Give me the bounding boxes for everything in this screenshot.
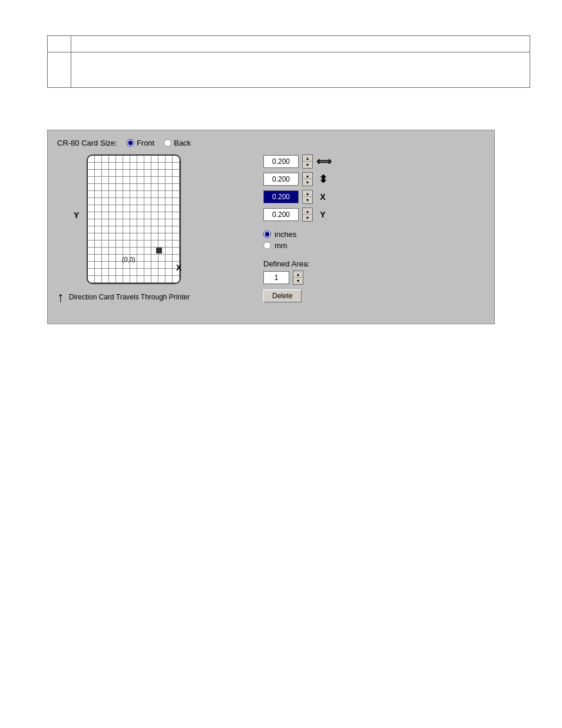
y-input[interactable]: 0.200 [263,208,299,221]
grid-cell [123,184,130,191]
defined-area-down-btn[interactable]: ▼ [293,278,303,284]
grid-cell [166,177,173,184]
grid-cell [166,184,173,191]
grid-cell [95,170,102,177]
grid-cell [130,269,137,276]
grid-cell [123,269,130,276]
grid-cell [173,205,180,212]
back-radio[interactable] [164,139,171,147]
mm-radio[interactable] [263,242,271,249]
grid-cell [130,212,137,219]
height-input[interactable]: 0.200 [263,173,299,186]
grid-cell [173,226,180,233]
grid-cell [88,219,95,226]
grid-cell [88,255,95,262]
grid-cell [158,212,166,219]
grid-cell [116,191,123,198]
direction-text: Direction Card Travels Through Printer [69,293,190,301]
height-up-btn[interactable]: ▲ [303,173,312,179]
grid-cell [88,177,95,184]
grid-cell [109,276,116,283]
mm-radio-label[interactable]: mm [263,241,485,250]
delete-button[interactable]: Delete [263,289,302,302]
grid-cell [130,177,137,184]
height-spinner-row: 0.200 ▲ ▼ ⬍ [263,172,485,186]
grid-cell [173,219,180,226]
grid-cell [88,226,95,233]
grid-cell [166,219,173,226]
width-input[interactable]: 0.200 [263,155,299,168]
defined-area-up-btn[interactable]: ▲ [293,271,303,278]
grid-cell [151,255,158,262]
grid-cell [137,262,144,269]
grid-cell [123,248,130,255]
grid-cell [166,198,173,205]
grid-cell [166,205,173,212]
inches-radio[interactable] [263,230,271,238]
grid-cell [95,198,102,205]
grid-cell [137,248,144,255]
inches-radio-label[interactable]: inches [263,230,485,239]
mm-label: mm [275,241,287,250]
grid-cell [151,233,158,241]
width-up-btn[interactable]: ▲ [303,155,312,162]
grid-cell [158,276,166,283]
grid-cell [88,241,95,248]
grid-cell [102,255,109,262]
grid-cell [173,276,180,283]
unit-radio-group: inches mm [263,230,485,250]
grid-cell [88,163,95,170]
y-spinner-row: 0.200 ▲ ▼ Y [263,207,485,222]
grid-cell [116,226,123,233]
grid-cell [102,163,109,170]
grid-cell [88,276,95,283]
grid-cell [158,177,166,184]
y-down-btn[interactable]: ▼ [303,215,312,221]
grid-cell [102,191,109,198]
grid-cell [137,226,144,233]
x-input[interactable]: 0.200 [263,190,299,203]
x-up-btn[interactable]: ▲ [303,190,312,197]
x-down-btn[interactable]: ▼ [303,197,312,203]
grid-cell [151,184,158,191]
grid-cell [151,212,158,219]
grid-cell [173,191,180,198]
width-down-btn[interactable]: ▼ [303,162,312,168]
x-axis-label: X [176,263,181,272]
grid-cell [102,226,109,233]
grid-cell [158,191,166,198]
arrow-up-icon: ↑ [57,290,64,304]
grid-cell [130,241,137,248]
y-up-btn[interactable]: ▲ [303,208,312,215]
grid-cell [102,212,109,219]
grid-cell [151,163,158,170]
grid-cell [151,177,158,184]
grid-cell [166,212,173,219]
grid-cell [130,163,137,170]
grid-cell [116,212,123,219]
top-table [47,35,530,88]
grid-cell [137,241,144,248]
grid-cell [166,170,173,177]
grid-cell [123,198,130,205]
grid-cell [116,184,123,191]
back-radio-label[interactable]: Back [164,139,191,147]
grid-cell [102,233,109,241]
width-icon: ⟺ [316,155,329,168]
table-cell-r2c2 [71,52,530,88]
grid-cell [151,241,158,248]
height-down-btn[interactable]: ▼ [303,179,312,186]
grid-cell [166,255,173,262]
grid-cell [144,233,151,241]
grid-cell [109,177,116,184]
grid-cell [158,170,166,177]
defined-area-input[interactable]: 1 [263,271,289,284]
grid-cell [109,184,116,191]
grid-cell [151,191,158,198]
grid-cell [158,219,166,226]
card-diagram: Y (0,0) X ↑ Direction Card Travels Throu… [57,154,246,304]
grid-cell [109,219,116,226]
front-radio[interactable] [127,139,134,147]
grid-cell [158,184,166,191]
front-radio-label[interactable]: Front [127,139,154,147]
